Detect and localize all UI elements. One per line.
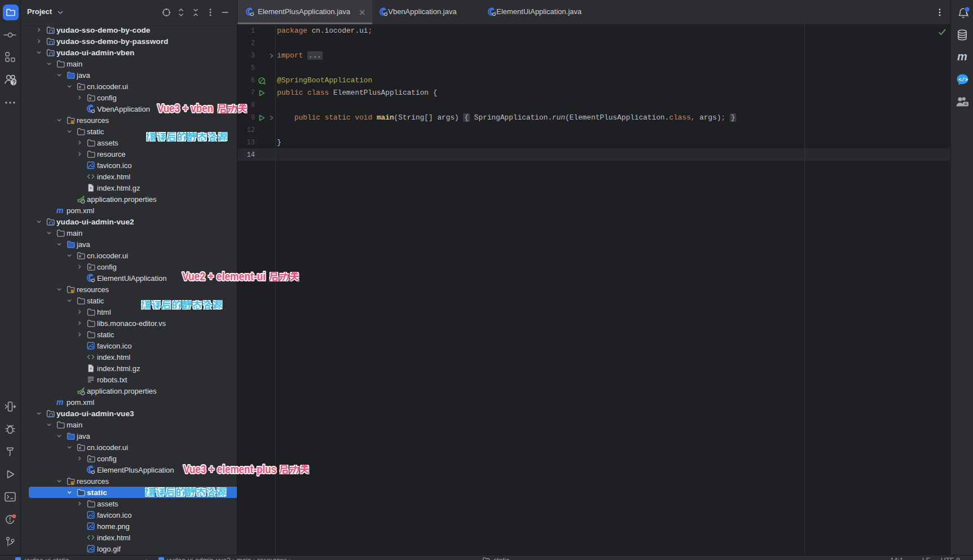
- svg-text:m: m: [957, 51, 967, 63]
- svg-text:Vue3 + vben: Vue3 + vben: [157, 102, 213, 114]
- svg-text:Vue2 + element-ui: Vue2 + element-ui: [182, 270, 266, 283]
- svg-text:Vue3 + element-plus: Vue3 + element-plus: [183, 463, 276, 475]
- svg-text:</>: </>: [959, 77, 968, 83]
- svg-text:?: ?: [12, 80, 15, 86]
